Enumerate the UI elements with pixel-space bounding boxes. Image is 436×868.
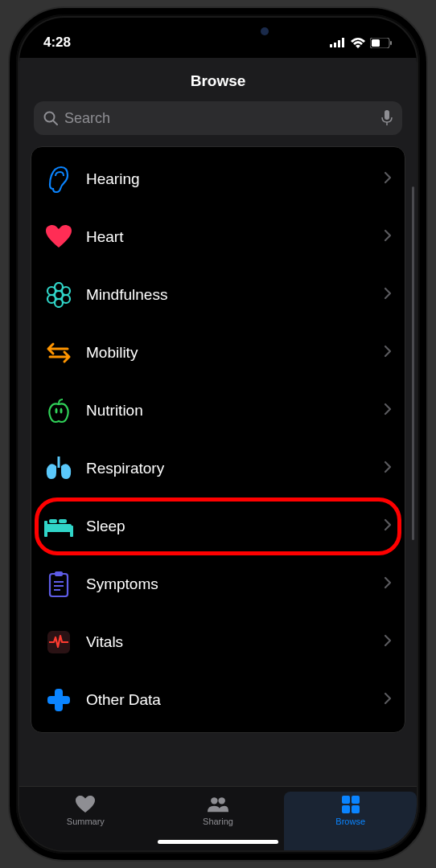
nutrition-icon (44, 396, 73, 425)
svg-rect-21 (46, 524, 72, 532)
respiratory-icon (44, 454, 73, 483)
svg-point-18 (56, 408, 58, 414)
chevron-right-icon (384, 692, 392, 709)
scroll-indicator[interactable] (412, 186, 414, 540)
search-icon (43, 111, 58, 125)
category-label: Symptoms (86, 575, 384, 593)
svg-point-16 (47, 295, 56, 303)
tab-label: Summary (67, 817, 105, 826)
svg-line-8 (53, 121, 57, 125)
svg-rect-9 (385, 110, 389, 120)
mic-icon[interactable] (381, 110, 393, 126)
status-icons (330, 38, 393, 48)
svg-rect-24 (49, 519, 57, 523)
svg-rect-25 (59, 519, 67, 523)
chevron-right-icon (384, 518, 392, 535)
svg-rect-1 (334, 43, 336, 47)
svg-point-17 (62, 295, 70, 303)
chevron-right-icon (384, 229, 392, 246)
category-label: Mobility (86, 344, 384, 362)
chevron-right-icon (384, 576, 392, 593)
home-indicator[interactable] (158, 840, 278, 844)
category-label: Hearing (86, 170, 384, 188)
wifi-icon (351, 38, 365, 48)
phone-frame: 4:28 Browse Hearing Heart (10, 8, 426, 860)
symptoms-icon (44, 570, 73, 599)
svg-rect-37 (352, 796, 360, 804)
chevron-right-icon (384, 171, 392, 188)
category-row-respiratory[interactable]: Respiratory (31, 440, 405, 497)
chevron-right-icon (384, 403, 392, 420)
category-label: Respiratory (86, 460, 384, 477)
category-row-vitals[interactable]: Vitals (31, 613, 405, 671)
vitals-icon (44, 628, 73, 657)
summary-tab-icon (74, 795, 97, 814)
svg-rect-39 (352, 805, 360, 813)
chevron-right-icon (384, 634, 392, 651)
search-input[interactable] (64, 110, 381, 127)
tab-label: Browse (335, 817, 365, 826)
svg-rect-5 (372, 39, 380, 47)
chevron-right-icon (384, 345, 392, 362)
svg-rect-36 (342, 796, 350, 804)
category-label: Sleep (86, 518, 384, 535)
category-row-nutrition[interactable]: Nutrition (31, 382, 405, 440)
other-icon (44, 686, 73, 714)
search-bar[interactable] (34, 101, 402, 135)
svg-rect-2 (338, 40, 340, 47)
category-label: Heart (86, 228, 384, 246)
sleep-icon (44, 512, 73, 541)
category-label: Other Data (86, 691, 384, 709)
browse-tab-icon (339, 795, 362, 814)
svg-rect-0 (330, 44, 332, 47)
svg-rect-38 (342, 805, 350, 813)
notch (125, 18, 311, 45)
category-label: Nutrition (86, 402, 384, 420)
mobility-icon (44, 338, 73, 367)
svg-rect-22 (44, 521, 47, 537)
category-row-sleep[interactable]: Sleep (31, 497, 405, 555)
svg-point-15 (62, 287, 70, 295)
cellular-icon (330, 38, 346, 47)
battery-icon (370, 38, 393, 48)
svg-point-34 (211, 797, 217, 804)
status-time: 4:28 (43, 35, 71, 51)
heart-icon (44, 223, 73, 252)
mindfulness-icon (44, 280, 73, 309)
tab-label: Sharing (203, 817, 233, 826)
svg-rect-33 (47, 696, 70, 704)
tab-browse[interactable]: Browse (284, 792, 417, 850)
screen-content: Browse Hearing Heart Mindfulness (19, 58, 417, 850)
svg-rect-3 (342, 38, 344, 47)
tab-summary[interactable]: Summary (19, 792, 152, 850)
category-row-hearing[interactable]: Hearing (31, 150, 405, 208)
svg-rect-27 (55, 571, 63, 576)
chevron-right-icon (384, 287, 392, 304)
svg-rect-20 (58, 457, 60, 468)
category-label: Vitals (86, 633, 384, 651)
category-label: Mindfulness (86, 286, 384, 304)
svg-point-14 (47, 287, 56, 295)
scroll-area[interactable]: Hearing Heart Mindfulness Mobility Nutri… (19, 146, 417, 786)
category-row-symptoms[interactable]: Symptoms (31, 555, 405, 613)
category-row-mindfulness[interactable]: Mindfulness (31, 266, 405, 324)
page-title: Browse (19, 58, 417, 101)
svg-rect-6 (390, 41, 392, 45)
category-row-mobility[interactable]: Mobility (31, 324, 405, 382)
svg-rect-23 (70, 526, 73, 537)
category-list: Hearing Heart Mindfulness Mobility Nutri… (31, 146, 405, 733)
chevron-right-icon (384, 461, 392, 477)
svg-point-35 (218, 797, 224, 804)
sharing-tab-icon (207, 795, 229, 814)
category-row-heart[interactable]: Heart (31, 208, 405, 266)
category-row-other[interactable]: Other Data (31, 671, 405, 729)
svg-point-19 (60, 408, 63, 414)
hearing-icon (44, 165, 73, 194)
phone-screen: 4:28 Browse Hearing Heart (19, 18, 417, 850)
